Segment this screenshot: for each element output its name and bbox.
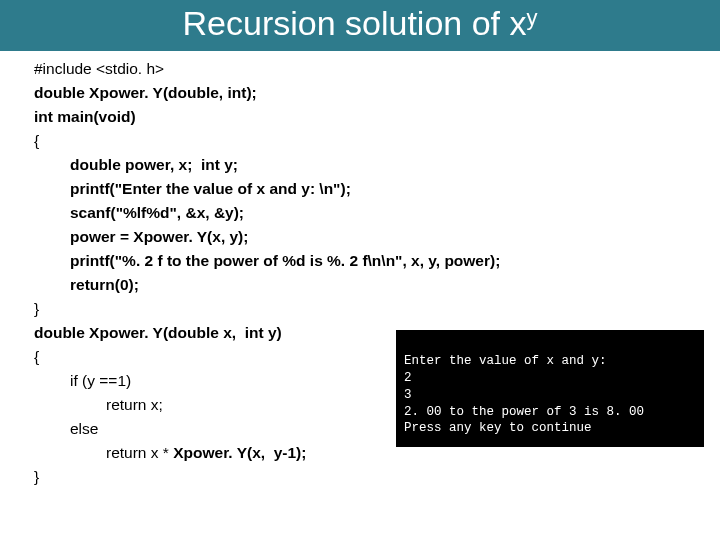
code-line: printf("%. 2 f to the power of %d is %. … xyxy=(34,249,702,273)
code-line: #include <stdio. h> xyxy=(34,57,702,81)
code-line: power = Xpower. Y(x, y); xyxy=(34,225,702,249)
title-superscript: y xyxy=(526,5,537,30)
code-line: int main(void) xyxy=(34,105,702,129)
code-line: double power, x; int y; xyxy=(34,153,702,177)
console-line: Enter the value of x and y: xyxy=(404,354,607,368)
console-line: 3 xyxy=(404,388,412,402)
slide-title: Recursion solution of xy xyxy=(0,0,720,51)
code-line: } xyxy=(34,297,702,321)
code-line: printf("Enter the value of x and y: \n")… xyxy=(34,177,702,201)
code-line: return(0); xyxy=(34,273,702,297)
title-text: Recursion solution of x xyxy=(183,4,527,42)
code-line: double Xpower. Y(double, int); xyxy=(34,81,702,105)
code-line: scanf("%lf%d", &x, &y); xyxy=(34,201,702,225)
console-line: 2. 00 to the power of 3 is 8. 00 xyxy=(404,405,644,419)
code-line: } xyxy=(34,465,702,489)
console-output: Enter the value of x and y: 2 3 2. 00 to… xyxy=(396,330,704,447)
console-line: 2 xyxy=(404,371,412,385)
code-line: { xyxy=(34,129,702,153)
console-line: Press any key to continue xyxy=(404,421,592,435)
